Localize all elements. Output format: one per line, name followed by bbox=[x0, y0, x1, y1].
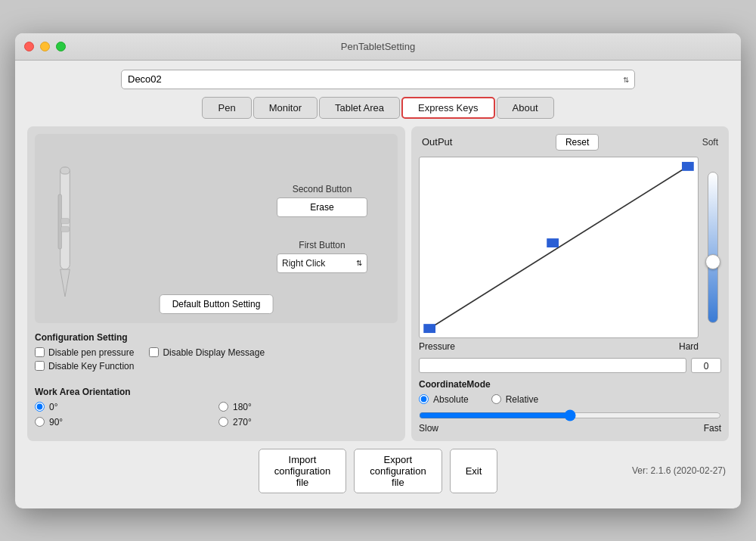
orientation-title: Work Area Orientation bbox=[35, 387, 398, 397]
export-config-button[interactable]: Export configuration file bbox=[354, 449, 442, 493]
pressure-value-row: 0 bbox=[419, 358, 721, 373]
pen-illustration bbox=[42, 141, 88, 316]
orientation-90-label: 90° bbox=[49, 417, 63, 428]
absolute-radio[interactable] bbox=[419, 394, 429, 404]
exit-button[interactable]: Exit bbox=[450, 449, 498, 493]
orientation-grid: 0° 180° 90° 270° bbox=[35, 402, 398, 428]
disable-display-message-item[interactable]: Disable Display Message bbox=[149, 347, 265, 358]
coordinate-title: CoordinateMode bbox=[419, 379, 721, 390]
orientation-90-item[interactable]: 90° bbox=[35, 417, 214, 428]
device-select-row: Deco02 ⇅ bbox=[27, 70, 729, 89]
tab-tablet-area[interactable]: Tablet Area bbox=[319, 97, 400, 119]
tab-express-keys[interactable]: Express Keys bbox=[401, 97, 494, 119]
version-container: Ver: 2.1.6 (2020-02-27) bbox=[497, 465, 729, 476]
speed-slider-row: Slow Fast bbox=[419, 409, 721, 434]
fast-label: Fast bbox=[704, 423, 721, 434]
pen-svg-icon bbox=[54, 160, 76, 297]
disable-pen-pressure-item[interactable]: Disable pen pressure bbox=[35, 347, 134, 358]
tabs-row: Pen Monitor Tablet Area Express Keys Abo… bbox=[27, 97, 729, 119]
traffic-lights bbox=[24, 42, 66, 51]
orientation-180-label: 180° bbox=[233, 402, 252, 412]
minimize-button[interactable] bbox=[40, 42, 50, 51]
right-panel: OutPut Reset Soft bbox=[411, 126, 729, 441]
pressure-bar bbox=[419, 358, 686, 373]
checkbox-row-2: Disable Key Function bbox=[35, 361, 398, 372]
tab-monitor[interactable]: Monitor bbox=[253, 97, 318, 119]
disable-key-function-item[interactable]: Disable Key Function bbox=[35, 361, 134, 372]
second-button-label: Second Button bbox=[293, 184, 352, 194]
pressure-axis-labels: Pressure Hard bbox=[419, 341, 699, 352]
tab-about[interactable]: About bbox=[497, 97, 554, 119]
default-button-setting-btn[interactable]: Default Button Setting bbox=[160, 294, 274, 314]
orientation-270-item[interactable]: 270° bbox=[218, 417, 398, 428]
pressure-slider-thumb[interactable] bbox=[705, 254, 720, 269]
svg-rect-5 bbox=[60, 167, 70, 174]
maximize-button[interactable] bbox=[56, 42, 66, 51]
coordinate-row: Absolute Relative bbox=[419, 394, 721, 405]
svg-rect-7 bbox=[547, 238, 559, 247]
first-button-label: First Button bbox=[299, 240, 345, 250]
orientation-180-radio[interactable] bbox=[218, 402, 228, 412]
bottom-actions: Import configuration file Export configu… bbox=[259, 449, 498, 493]
orientation-section: Work Area Orientation 0° 180° 90° bbox=[35, 384, 398, 431]
window-title: PenTabletSetting bbox=[341, 41, 415, 52]
disable-pen-pressure-label: Disable pen pressure bbox=[48, 347, 134, 358]
close-button[interactable] bbox=[24, 42, 34, 51]
erase-button[interactable]: Erase bbox=[277, 197, 367, 217]
hard-label: Hard bbox=[679, 341, 699, 352]
disable-pen-pressure-checkbox[interactable] bbox=[35, 347, 45, 357]
titlebar: PenTabletSetting bbox=[15, 33, 741, 61]
relative-radio[interactable] bbox=[491, 394, 501, 404]
orientation-270-label: 270° bbox=[233, 417, 252, 428]
main-panels: Second Button Erase First Button Right C… bbox=[27, 126, 729, 441]
pressure-slider-container bbox=[705, 157, 721, 352]
output-label: OutPut bbox=[422, 136, 452, 148]
pen-area: Second Button Erase First Button Right C… bbox=[35, 134, 398, 323]
first-button-group: First Button Right Click ⇅ bbox=[277, 240, 367, 273]
pressure-curve-svg bbox=[420, 157, 698, 337]
disable-key-function-label: Disable Key Function bbox=[48, 361, 134, 372]
version-text: Ver: 2.1.6 (2020-02-27) bbox=[632, 465, 729, 476]
orientation-180-item[interactable]: 180° bbox=[218, 402, 398, 412]
import-config-button[interactable]: Import configuration file bbox=[259, 449, 346, 493]
right-click-label: Right Click bbox=[282, 258, 325, 269]
bottom-bar: Import configuration file Export configu… bbox=[27, 441, 729, 496]
disable-key-function-checkbox[interactable] bbox=[35, 361, 45, 371]
configuration-title: Configuration Setting bbox=[35, 332, 398, 343]
svg-rect-8 bbox=[423, 324, 435, 333]
orientation-0-label: 0° bbox=[49, 402, 57, 412]
right-click-select[interactable]: Right Click ⇅ bbox=[277, 253, 367, 273]
relative-item[interactable]: Relative bbox=[491, 394, 538, 405]
disable-display-message-label: Disable Display Message bbox=[163, 347, 265, 358]
svg-marker-4 bbox=[60, 269, 70, 297]
tab-pen[interactable]: Pen bbox=[202, 97, 251, 119]
pressure-area: Pressure Hard bbox=[419, 157, 721, 352]
device-select[interactable]: Deco02 bbox=[121, 70, 635, 89]
soft-label: Soft bbox=[702, 137, 718, 148]
disable-display-message-checkbox[interactable] bbox=[149, 347, 159, 357]
orientation-270-radio[interactable] bbox=[218, 417, 228, 427]
orientation-90-radio[interactable] bbox=[35, 417, 45, 427]
vertical-slider-wrapper bbox=[708, 157, 718, 338]
pressure-graph[interactable] bbox=[419, 157, 699, 338]
pressure-slider-track[interactable] bbox=[708, 172, 718, 323]
relative-label: Relative bbox=[506, 394, 538, 405]
pressure-graph-container: Pressure Hard bbox=[419, 157, 699, 352]
svg-rect-3 bbox=[61, 226, 70, 232]
pressure-label: Pressure bbox=[419, 341, 455, 352]
absolute-item[interactable]: Absolute bbox=[419, 394, 469, 405]
coordinate-section: CoordinateMode Absolute Relative bbox=[419, 379, 721, 434]
absolute-label: Absolute bbox=[433, 394, 469, 405]
orientation-0-item[interactable]: 0° bbox=[35, 402, 214, 412]
slow-label: Slow bbox=[419, 423, 438, 434]
device-select-container: Deco02 ⇅ bbox=[121, 70, 635, 89]
speed-slider[interactable] bbox=[419, 409, 721, 421]
reset-button[interactable]: Reset bbox=[556, 134, 599, 151]
configuration-section: Configuration Setting Disable pen pressu… bbox=[35, 329, 398, 378]
orientation-0-radio[interactable] bbox=[35, 402, 45, 412]
speed-labels: Slow Fast bbox=[419, 423, 721, 434]
second-button-group: Second Button Erase bbox=[277, 184, 367, 217]
checkbox-row-1: Disable pen pressure Disable Display Mes… bbox=[35, 347, 398, 358]
select-arrow-icon: ⇅ bbox=[356, 259, 362, 267]
main-window: PenTabletSetting Deco02 ⇅ Pen Monitor Ta… bbox=[15, 33, 741, 508]
